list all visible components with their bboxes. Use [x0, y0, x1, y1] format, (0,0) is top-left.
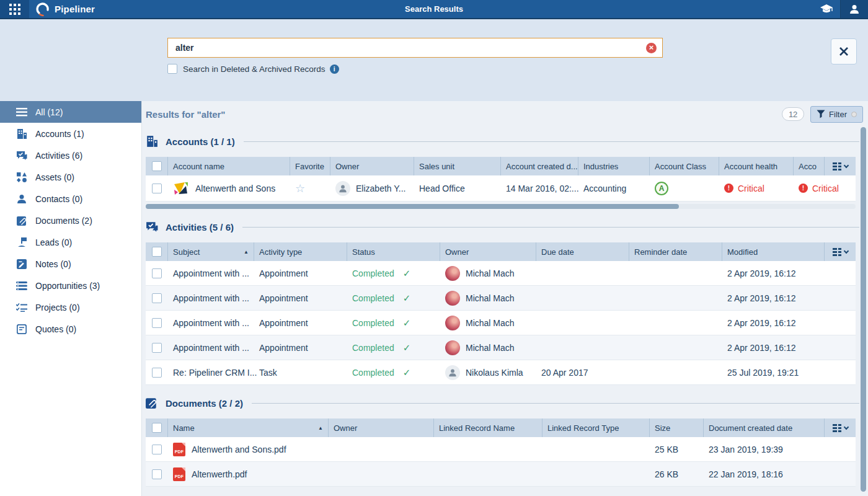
modified-date: 2 Apr 2019, 16:12 [727, 318, 796, 328]
column-header-account-name[interactable]: Account name [168, 157, 290, 175]
activity-status: Completed [352, 268, 394, 278]
column-header-size[interactable]: Size [650, 418, 704, 437]
horizontal-scrollbar-track[interactable] [146, 204, 856, 209]
check-icon: ✓ [403, 367, 411, 378]
check-icon: ✓ [403, 317, 411, 329]
activity-row[interactable]: Appointment with ... Appointment Complet… [146, 311, 856, 335]
acco-value: Critical [812, 184, 839, 193]
row-checkbox[interactable] [152, 343, 162, 353]
sidebar-item-accounts[interactable]: Accounts (1) [0, 123, 141, 144]
clear-search-icon[interactable]: × [646, 43, 657, 53]
modified-date: 2 Apr 2019, 16:12 [727, 343, 796, 353]
sidebar-item-leads[interactable]: Leads (0) [0, 231, 141, 253]
column-header-status[interactable]: Status [347, 242, 440, 261]
column-header-acco-truncated[interactable]: Acco [794, 157, 825, 175]
column-header-industries[interactable]: Industries [578, 157, 650, 175]
row-checkbox[interactable] [152, 268, 162, 278]
vertical-scrollbar-thumb[interactable] [861, 127, 866, 492]
sidebar-item-contacts[interactable]: Contacts (0) [0, 188, 141, 210]
column-header-owner[interactable]: Owner [330, 157, 414, 175]
activity-type: Appointment [259, 343, 308, 353]
column-header-owner[interactable]: Owner [329, 418, 434, 437]
user-menu-button[interactable] [840, 0, 868, 18]
column-header-due-date[interactable]: Due date [536, 242, 629, 261]
favorite-star-icon[interactable]: ☆ [295, 183, 305, 194]
column-chooser-button[interactable] [825, 242, 856, 261]
sidebar-item-assets[interactable]: Assets (0) [0, 166, 141, 188]
chevron-down-icon [843, 162, 848, 167]
activity-type: Appointment [259, 268, 308, 278]
column-chooser-button[interactable] [825, 418, 856, 437]
row-checkbox[interactable] [152, 293, 162, 303]
activity-subject[interactable]: Appointment with ... [173, 343, 249, 353]
horizontal-scrollbar-thumb[interactable] [146, 204, 679, 209]
activity-row[interactable]: Re: Pipeliner CRM I... Task Completed✓ N… [146, 360, 856, 385]
accounts-table-header: Account name Favorite Owner Sales unit A… [146, 157, 856, 175]
column-header-linked-record-name[interactable]: Linked Record Name [434, 418, 542, 437]
owner-name: Michal Mach [466, 318, 515, 328]
buildings-icon [16, 128, 28, 140]
sidebar-item-quotes[interactable]: Quotes (0) [0, 318, 141, 340]
column-header-account-created[interactable]: Account created d...▼ [501, 157, 578, 175]
row-checkbox[interactable] [152, 184, 162, 193]
activity-row[interactable]: Appointment with ... Appointment Complet… [146, 261, 856, 286]
column-header-document-created-date[interactable]: Document created date [704, 418, 825, 437]
document-row[interactable]: PDF Altenwerth and Sons.pdf 25 KB 23 Jan… [146, 437, 856, 462]
document-name-link[interactable]: Altenwerth.pdf [192, 469, 247, 479]
close-icon [838, 46, 849, 57]
account-row[interactable]: Altenwerth and Sons ☆ Elizabeth Y... Hea… [146, 175, 856, 202]
document-name-link[interactable]: Altenwerth and Sons.pdf [192, 445, 286, 454]
column-header-sales-unit[interactable]: Sales unit [414, 157, 501, 175]
column-header-reminder-date[interactable]: Reminder date [629, 242, 722, 261]
sidebar-item-activities[interactable]: Activities (6) [0, 144, 141, 166]
check-icon: ✓ [403, 293, 411, 304]
sidebar-item-all[interactable]: All (12) [0, 101, 141, 123]
search-input[interactable] [168, 43, 646, 53]
column-chooser-button[interactable] [825, 157, 856, 175]
close-search-button[interactable] [831, 38, 857, 64]
documents-section-title: Documents (2 / 2) [166, 398, 243, 409]
sidebar-item-opportunities[interactable]: Opportunities (3) [0, 275, 141, 296]
select-all-checkbox[interactable] [152, 423, 162, 433]
column-header-favorite[interactable]: Favorite [290, 157, 330, 175]
row-checkbox[interactable] [152, 445, 162, 454]
filter-button[interactable]: Filter [810, 106, 863, 123]
column-header-subject[interactable]: Subject▲ [168, 242, 254, 261]
column-header-linked-record-type[interactable]: Linked Record Type [542, 418, 650, 437]
activity-status: Completed [352, 368, 394, 378]
sidebar-item-notes[interactable]: Notes (0) [0, 253, 141, 275]
learning-button[interactable] [812, 0, 840, 18]
deleted-archived-checkbox[interactable] [167, 64, 177, 74]
activity-row[interactable]: Appointment with ... Appointment Complet… [146, 286, 856, 311]
graduation-cap-icon [820, 4, 833, 15]
row-checkbox[interactable] [152, 368, 162, 378]
column-header-name[interactable]: Name▲ [168, 418, 329, 437]
column-header-account-class[interactable]: Account Class [650, 157, 719, 175]
documents-section-header: Documents (2 / 2) [146, 394, 868, 412]
select-all-checkbox[interactable] [152, 247, 162, 257]
column-header-account-health[interactable]: Account health [719, 157, 794, 175]
checklist-icon [16, 302, 28, 313]
pdf-file-icon: PDF [173, 443, 185, 456]
activity-row[interactable]: Appointment with ... Appointment Complet… [146, 335, 856, 360]
info-icon[interactable]: i [330, 64, 339, 74]
column-header-modified[interactable]: Modified [722, 242, 825, 261]
row-checkbox[interactable] [152, 318, 162, 328]
select-all-checkbox[interactable] [152, 161, 162, 171]
row-checkbox[interactable] [152, 469, 162, 479]
activity-subject[interactable]: Appointment with ... [173, 268, 249, 278]
sidebar-item-projects[interactable]: Projects (0) [0, 296, 141, 318]
account-name-link[interactable]: Altenwerth and Sons [195, 184, 275, 193]
sidebar-item-documents[interactable]: Documents (2) [0, 210, 141, 231]
document-row[interactable]: PDF Altenwerth.pdf 26 KB 22 Jan 2019, 18… [146, 462, 856, 487]
activity-subject[interactable]: Re: Pipeliner CRM I... [173, 368, 257, 378]
accounts-table: Account name Favorite Owner Sales unit A… [146, 157, 856, 209]
app-launcher-button[interactable] [0, 0, 29, 18]
activity-subject[interactable]: Appointment with ... [173, 318, 249, 328]
owner-avatar [445, 365, 460, 380]
column-header-activity-type[interactable]: Activity type [254, 242, 347, 261]
pdf-file-icon: PDF [173, 467, 185, 481]
activity-subject[interactable]: Appointment with ... [173, 293, 249, 303]
column-header-owner[interactable]: Owner [440, 242, 536, 261]
activity-status: Completed [352, 318, 394, 328]
